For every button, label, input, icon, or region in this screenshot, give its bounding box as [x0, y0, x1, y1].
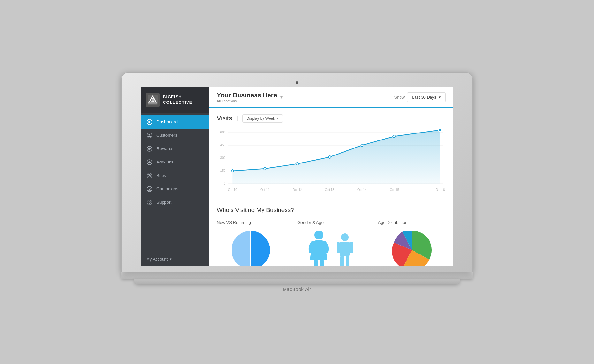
visits-header: Visits | Display by Week ▾	[217, 114, 446, 123]
date-range-control: Show Last 30 Days ▾	[394, 92, 446, 102]
sidebar-label-rewards: Rewards	[156, 146, 173, 151]
chart-dot-1	[264, 167, 266, 170]
age-distribution-label: Age Distribution	[378, 220, 407, 225]
sidebar-nav: Dashboard Customers Rewards	[141, 113, 209, 252]
campaigns-icon	[146, 186, 153, 192]
sidebar-label-dashboard: Dashboard	[156, 119, 178, 124]
svg-rect-48	[350, 242, 353, 253]
chart-area	[232, 130, 440, 184]
svg-text:Oct 16: Oct 16	[436, 188, 445, 192]
laptop-frame: BIGFISH COLLECTIVE Dashboard	[121, 72, 473, 292]
bites-icon	[146, 172, 153, 179]
chart-dot-2	[296, 163, 298, 165]
chart-dot-3	[329, 156, 331, 158]
sidebar-label-support: Support	[156, 200, 171, 205]
svg-rect-45	[340, 255, 344, 266]
addons-icon	[146, 159, 153, 165]
new-vs-returning-label: New VS Returning	[217, 220, 251, 225]
svg-text:Oct 12: Oct 12	[293, 188, 302, 192]
gender-age-chart	[297, 229, 365, 266]
svg-rect-42	[320, 259, 324, 266]
main-content: Your Business Here All Locations ▾ Show …	[209, 87, 453, 266]
sidebar-item-rewards[interactable]: Rewards	[141, 142, 209, 155]
business-dropdown-arrow[interactable]: ▾	[280, 95, 283, 100]
laptop-base	[121, 272, 473, 279]
screen-bezel: BIGFISH COLLECTIVE Dashboard	[121, 72, 473, 272]
charts-row: New VS Returning	[217, 220, 446, 266]
sidebar-item-customers[interactable]: Customers	[141, 129, 209, 142]
business-subtitle: All Locations	[217, 99, 277, 103]
visits-section: Visits | Display by Week ▾ 600 45	[209, 108, 453, 200]
sidebar-item-support[interactable]: Support	[141, 196, 209, 209]
sidebar-label-customers: Customers	[156, 133, 177, 138]
age-distribution-chart	[378, 229, 446, 266]
sidebar: BIGFISH COLLECTIVE Dashboard	[141, 87, 209, 266]
age-pie-svg	[390, 229, 434, 266]
camera	[296, 81, 298, 84]
visits-chart: 600 450 300 150 0	[217, 128, 446, 195]
business-selector[interactable]: Your Business Here All Locations ▾	[217, 92, 283, 103]
svg-text:Oct 15: Oct 15	[390, 188, 399, 192]
my-account-label: My Account	[146, 257, 168, 262]
svg-point-40	[314, 231, 323, 239]
sidebar-label-bites: Bites	[156, 173, 166, 178]
logo-icon	[146, 93, 160, 107]
svg-rect-19	[148, 188, 151, 190]
top-bar: Your Business Here All Locations ▾ Show …	[209, 87, 453, 108]
sidebar-item-dashboard[interactable]: Dashboard	[141, 115, 209, 129]
chart-svg: 600 450 300 150 0	[217, 128, 446, 195]
support-icon	[146, 199, 153, 206]
my-account-chevron: ▾	[170, 257, 172, 262]
screen: BIGFISH COLLECTIVE Dashboard	[141, 87, 453, 266]
age-distribution-block: Age Distribution	[378, 220, 446, 266]
date-range-chevron: ▾	[439, 95, 441, 100]
my-account-button[interactable]: My Account ▾	[146, 257, 203, 262]
svg-rect-41	[314, 259, 318, 266]
svg-rect-46	[346, 255, 349, 266]
laptop-foot	[134, 279, 460, 284]
date-range-button[interactable]: Last 30 Days ▾	[407, 92, 446, 102]
sidebar-item-campaigns[interactable]: Campaigns	[141, 182, 209, 196]
svg-text:Oct 13: Oct 13	[325, 188, 334, 192]
display-btn-chevron: ▾	[277, 116, 279, 121]
logo-line1: BIGFISH	[163, 95, 192, 100]
svg-marker-11	[148, 147, 151, 150]
svg-point-43	[341, 233, 349, 241]
sidebar-label-addons: Add-Ons	[156, 160, 173, 164]
laptop-label: MacBook Air	[121, 286, 473, 292]
rewards-icon	[146, 146, 153, 152]
svg-rect-47	[337, 242, 340, 253]
svg-text:0: 0	[224, 181, 225, 185]
logo-text-block: BIGFISH COLLECTIVE	[163, 95, 192, 105]
business-info: Your Business Here All Locations	[217, 92, 277, 103]
visits-title: Visits	[217, 115, 232, 122]
svg-point-9	[149, 134, 150, 135]
female-figure	[308, 229, 330, 266]
display-btn-label: Display by Week	[247, 116, 275, 121]
visiting-title: Who's Visiting My Business?	[217, 207, 446, 214]
visiting-section: Who's Visiting My Business? New VS Retur…	[209, 200, 453, 266]
sidebar-logo: BIGFISH COLLECTIVE	[141, 87, 209, 113]
gender-icons	[297, 229, 365, 266]
chart-dot-0	[232, 170, 234, 172]
svg-rect-44	[340, 242, 350, 256]
sidebar-bottom: My Account ▾	[141, 252, 209, 266]
chart-dot-6	[439, 128, 442, 132]
svg-text:600: 600	[220, 130, 225, 134]
new-vs-returning-block: New VS Returning	[217, 220, 285, 266]
display-by-week-button[interactable]: Display by Week ▾	[242, 114, 283, 123]
divider: |	[236, 115, 238, 122]
svg-point-7	[148, 121, 150, 123]
chart-dot-5	[393, 135, 395, 138]
svg-text:150: 150	[220, 169, 225, 172]
logo-line2: COLLECTIVE	[163, 100, 192, 105]
chart-dot-4	[361, 144, 363, 147]
svg-text:300: 300	[220, 156, 225, 160]
business-name: Your Business Here	[217, 92, 277, 99]
svg-text:450: 450	[220, 143, 225, 147]
customers-icon	[146, 132, 153, 139]
sidebar-label-campaigns: Campaigns	[156, 186, 178, 191]
svg-text:Oct 11: Oct 11	[260, 188, 270, 192]
sidebar-item-addons[interactable]: Add-Ons	[141, 155, 209, 169]
sidebar-item-bites[interactable]: Bites	[141, 169, 209, 182]
